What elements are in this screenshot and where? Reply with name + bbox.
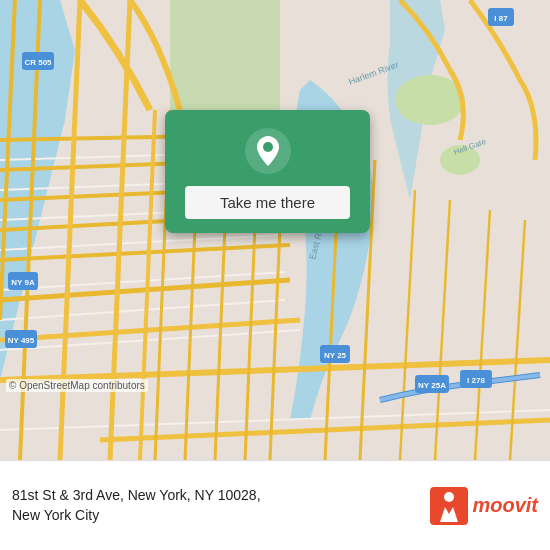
take-me-there-button[interactable]: Take me there: [185, 186, 350, 219]
location-pin-icon: [245, 128, 291, 174]
moovit-logo: moovit: [430, 487, 538, 525]
location-card: Take me there: [165, 110, 370, 233]
map-container: NY 9A NY 495 CR 505 I 87 NY 25 NY 25A I …: [0, 0, 550, 460]
svg-rect-1: [170, 0, 280, 110]
svg-text:I 87: I 87: [494, 14, 508, 23]
svg-text:NY 9A: NY 9A: [11, 278, 35, 287]
svg-point-55: [263, 142, 273, 152]
app: NY 9A NY 495 CR 505 I 87 NY 25 NY 25A I …: [0, 0, 550, 550]
svg-point-57: [444, 492, 454, 502]
address-line1: 81st St & 3rd Ave, New York, NY 10028,: [12, 486, 420, 506]
address-block: 81st St & 3rd Ave, New York, NY 10028, N…: [12, 486, 420, 525]
svg-text:NY 25: NY 25: [324, 351, 347, 360]
svg-text:I 278: I 278: [467, 376, 485, 385]
bottom-bar: 81st St & 3rd Ave, New York, NY 10028, N…: [0, 460, 550, 550]
address-line2: New York City: [12, 506, 420, 526]
moovit-text: moovit: [472, 494, 538, 517]
svg-text:NY 495: NY 495: [8, 336, 35, 345]
svg-text:NY 25A: NY 25A: [418, 381, 446, 390]
map-attribution: © OpenStreetMap contributors: [6, 379, 148, 392]
svg-text:CR 505: CR 505: [24, 58, 52, 67]
moovit-brand-icon: [430, 487, 468, 525]
